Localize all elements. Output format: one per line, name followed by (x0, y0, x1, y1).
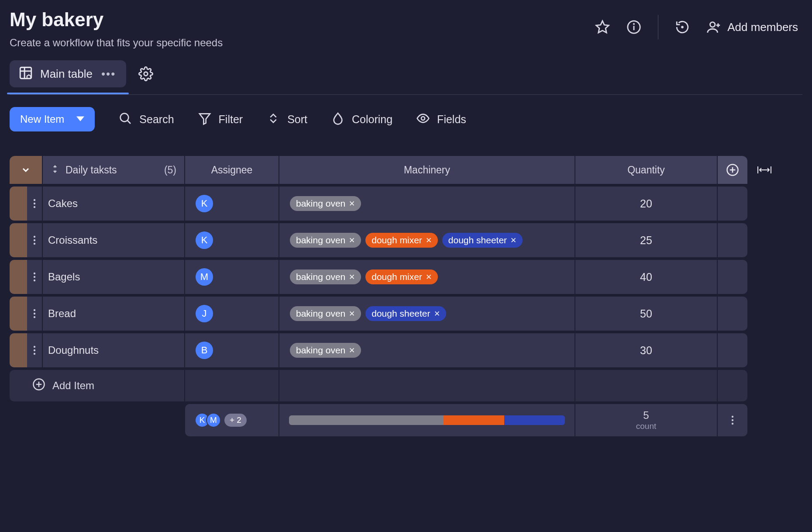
cell-name[interactable]: Croissants (43, 223, 185, 257)
footer-more-button[interactable] (718, 404, 747, 436)
new-item-button[interactable]: New Item (10, 107, 95, 131)
tag-remove-icon[interactable]: ✕ (349, 236, 355, 245)
machinery-tag[interactable]: baking oven✕ (290, 306, 361, 321)
machinery-tag[interactable]: baking oven✕ (290, 233, 361, 248)
column-header-name[interactable]: Daily taksts (5) (43, 156, 185, 184)
svg-point-32 (34, 313, 35, 314)
search-button[interactable]: Search (118, 111, 174, 127)
tag-remove-icon[interactable]: ✕ (349, 273, 355, 282)
column-header-machinery[interactable]: Machinery (279, 156, 575, 184)
coloring-button[interactable]: Coloring (331, 111, 392, 127)
table-row[interactable]: CakesKbaking oven✕20 (10, 187, 747, 221)
column-header-quantity[interactable]: Quantity (575, 156, 718, 184)
table-row[interactable]: BagelsMbaking oven✕dough mixer✕40 (10, 260, 747, 294)
machinery-tag[interactable]: baking oven✕ (290, 196, 361, 211)
cell-assignee[interactable]: K (185, 223, 279, 257)
machinery-tag[interactable]: dough mixer✕ (365, 233, 438, 248)
tag-remove-icon[interactable]: ✕ (349, 346, 355, 355)
plus-icon (32, 378, 45, 394)
tag-remove-icon[interactable]: ✕ (349, 199, 355, 208)
fields-button[interactable]: Fields (416, 111, 466, 127)
avatar[interactable]: M (206, 413, 221, 428)
row-handle (10, 370, 27, 401)
tag-label: dough sheeter (448, 235, 507, 245)
machinery-tag[interactable]: dough sheeter✕ (365, 306, 446, 321)
add-column-button[interactable] (718, 156, 747, 184)
table-row[interactable]: BreadJbaking oven✕dough sheeter✕50 (10, 297, 747, 331)
row-handle[interactable] (10, 297, 27, 331)
cell-assignee (185, 370, 279, 401)
row-more-icon[interactable] (27, 297, 43, 331)
refresh-icon[interactable] (675, 20, 690, 35)
filter-label: Filter (219, 113, 243, 126)
fit-columns-button[interactable] (747, 156, 782, 184)
header: My bakery Create a workflow that fits yo… (10, 9, 802, 49)
tag-remove-icon[interactable]: ✕ (426, 273, 432, 282)
coloring-label: Coloring (352, 113, 392, 126)
toolbar: New Item Search Filter Sort Coloring Fie… (10, 107, 802, 131)
column-header-assignee[interactable]: Assignee (185, 156, 279, 184)
settings-button[interactable] (138, 66, 153, 81)
row-handle[interactable] (10, 333, 27, 367)
cell-machinery[interactable]: baking oven✕dough mixer✕ (279, 260, 575, 294)
page-title: My bakery (10, 9, 223, 31)
avatar[interactable]: B (196, 342, 213, 359)
info-icon[interactable] (626, 20, 641, 35)
footer-machinery-bar[interactable] (279, 404, 575, 436)
cell-quantity[interactable]: 25 (575, 223, 718, 257)
table-row[interactable]: DoughnutsBbaking oven✕30 (10, 333, 747, 367)
avatar[interactable]: M (196, 268, 213, 286)
bar-segment (444, 415, 504, 425)
filter-icon (198, 111, 212, 127)
footer-assignee-summary[interactable]: KM + 2 (185, 404, 279, 436)
row-more-icon[interactable] (27, 333, 43, 367)
svg-point-3 (633, 24, 634, 24)
cell-assignee[interactable]: M (185, 260, 279, 294)
row-handle[interactable] (10, 223, 27, 257)
cell-machinery[interactable]: baking oven✕dough mixer✕dough sheeter✕ (279, 223, 575, 257)
cell-quantity[interactable]: 50 (575, 297, 718, 331)
add-item-row[interactable]: Add Item (10, 370, 747, 401)
cell-machinery[interactable]: baking oven✕ (279, 333, 575, 367)
machinery-tag[interactable]: dough mixer✕ (365, 269, 438, 284)
row-more-icon[interactable] (27, 260, 43, 294)
cell-assignee[interactable]: B (185, 333, 279, 367)
filter-button[interactable]: Filter (198, 111, 243, 127)
svg-point-26 (34, 239, 35, 241)
avatar[interactable]: K (196, 195, 213, 212)
cell-assignee[interactable]: K (185, 187, 279, 221)
cell-assignee[interactable]: J (185, 297, 279, 331)
cell-quantity[interactable]: 30 (575, 333, 718, 367)
add-members-button[interactable]: Add members (706, 20, 798, 35)
tab-more-icon[interactable]: ••• (100, 67, 117, 81)
cell-machinery[interactable]: baking oven✕dough sheeter✕ (279, 297, 575, 331)
cell-quantity[interactable]: 40 (575, 260, 718, 294)
sort-button[interactable]: Sort (266, 111, 307, 127)
avatar[interactable]: K (196, 231, 213, 249)
machinery-tag[interactable]: dough sheeter✕ (442, 233, 523, 248)
tag-remove-icon[interactable]: ✕ (434, 309, 440, 318)
cell-name[interactable]: Doughnuts (43, 333, 185, 367)
machinery-tag[interactable]: baking oven✕ (290, 269, 361, 284)
more-avatars-pill[interactable]: + 2 (224, 414, 247, 427)
avatar[interactable]: J (196, 305, 213, 322)
group-collapse-toggle[interactable] (10, 156, 43, 184)
table-row[interactable]: CroissantsKbaking oven✕dough mixer✕dough… (10, 223, 747, 257)
cell-name[interactable]: Cakes (43, 187, 185, 221)
row-more-icon[interactable] (27, 187, 43, 221)
tag-remove-icon[interactable]: ✕ (426, 236, 432, 245)
cell-machinery[interactable]: baking oven✕ (279, 187, 575, 221)
cell-quantity[interactable]: 20 (575, 187, 718, 221)
row-handle[interactable] (10, 260, 27, 294)
tag-remove-icon[interactable]: ✕ (510, 236, 516, 245)
cell-name[interactable]: Bread (43, 297, 185, 331)
tag-remove-icon[interactable]: ✕ (349, 309, 355, 318)
tag-label: baking oven (296, 345, 345, 356)
svg-point-30 (34, 280, 35, 281)
star-icon[interactable] (595, 20, 610, 35)
machinery-tag[interactable]: baking oven✕ (290, 343, 361, 358)
cell-name[interactable]: Bagels (43, 260, 185, 294)
row-more-icon[interactable] (27, 223, 43, 257)
tab-main-table[interactable]: Main table ••• (10, 60, 126, 87)
row-handle[interactable] (10, 187, 27, 221)
